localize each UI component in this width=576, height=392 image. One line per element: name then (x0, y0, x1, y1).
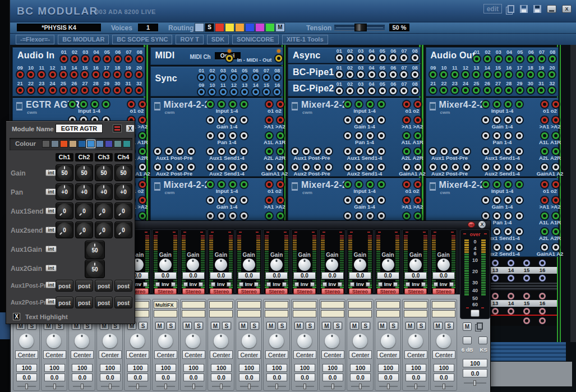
colour-swatch-5[interactable] (87, 140, 95, 147)
green-port[interactable] (505, 87, 512, 94)
module-port[interactable] (241, 132, 247, 139)
routing-cell-8[interactable]: M (276, 24, 284, 31)
module-port[interactable] (505, 181, 512, 188)
module-port[interactable] (367, 213, 374, 219)
green-port[interactable] (538, 56, 545, 62)
white-port[interactable] (368, 71, 375, 78)
green-port[interactable] (462, 71, 469, 78)
red-port[interactable] (17, 71, 24, 78)
insert-slot[interactable] (321, 301, 344, 308)
module-port[interactable] (277, 181, 284, 188)
pan-position-display[interactable]: Center (349, 351, 372, 359)
red-port[interactable] (71, 87, 77, 94)
master-6db-button[interactable] (463, 336, 472, 344)
insert-slot[interactable] (237, 301, 261, 308)
gain-value[interactable]: 0.0 (404, 272, 427, 279)
module-port[interactable] (344, 117, 351, 123)
text-highlight-checkbox[interactable]: X (13, 313, 20, 320)
module-port[interactable] (452, 148, 459, 155)
colour-swatch-1[interactable] (51, 140, 59, 147)
module-port[interactable] (403, 181, 410, 188)
gain-knob[interactable] (270, 259, 283, 271)
post-pre-button[interactable]: post (75, 280, 93, 292)
red-port[interactable] (27, 87, 34, 94)
tension-slider[interactable] (334, 25, 385, 31)
red-port[interactable] (93, 71, 99, 78)
gain-value[interactable]: 0.0 (265, 272, 288, 279)
red-port[interactable] (61, 56, 67, 62)
channel-fader[interactable] (240, 384, 259, 389)
module-port[interactable] (241, 164, 247, 170)
module-port[interactable] (414, 197, 421, 204)
insert-slot[interactable] (404, 310, 427, 317)
module-port[interactable] (241, 117, 247, 123)
param-knob[interactable]: 0 (56, 202, 73, 219)
channel-fader[interactable] (379, 384, 398, 389)
module-port[interactable] (367, 164, 374, 170)
channel-fader[interactable] (73, 384, 91, 389)
module-port[interactable] (188, 148, 195, 155)
module-port[interactable] (441, 148, 448, 155)
solo-button[interactable]: S (445, 322, 454, 330)
invert-right-checkbox[interactable] (227, 282, 231, 287)
module-port[interactable] (516, 117, 523, 123)
module-port[interactable] (266, 117, 273, 123)
save-icon[interactable] (520, 5, 528, 13)
width-value[interactable]: 100 (378, 364, 399, 372)
module-port[interactable] (277, 117, 284, 123)
green-port[interactable] (430, 87, 436, 94)
pan-value[interactable]: 0.0 (266, 373, 287, 381)
module-port[interactable] (207, 213, 214, 219)
module-port[interactable] (482, 132, 489, 139)
gain-value[interactable]: 0.0 (182, 272, 205, 279)
green-port[interactable] (549, 87, 555, 94)
module-port[interactable] (505, 148, 512, 155)
module-port[interactable] (128, 101, 135, 108)
pink-port[interactable] (508, 293, 514, 299)
meter-reset-button[interactable] (471, 310, 480, 317)
module-port[interactable] (482, 164, 489, 170)
width-value[interactable]: 100 (405, 364, 426, 372)
red-port[interactable] (49, 71, 56, 78)
pink-port[interactable] (523, 293, 530, 299)
invert-right-checkbox[interactable] (393, 282, 398, 287)
module-port[interactable] (378, 148, 385, 155)
routing-cell-1[interactable]: S (205, 24, 214, 31)
green-port[interactable] (506, 56, 513, 62)
red-port[interactable] (125, 71, 132, 78)
white-port[interactable] (357, 54, 364, 61)
module-port[interactable] (266, 132, 273, 139)
pan-position-display[interactable]: Center (432, 351, 455, 359)
green-port[interactable] (528, 56, 534, 62)
green-port[interactable] (440, 87, 447, 94)
red-port[interactable] (114, 56, 121, 62)
module-port[interactable] (494, 197, 500, 204)
module-port[interactable] (516, 228, 523, 235)
module-port[interactable] (414, 213, 421, 219)
pink-port[interactable] (523, 317, 530, 324)
module-port[interactable] (356, 148, 362, 155)
module-port[interactable] (516, 244, 523, 251)
module-port[interactable] (505, 197, 512, 204)
pan-position-display[interactable]: Center (126, 351, 149, 359)
module-port[interactable] (541, 181, 548, 188)
post-pre-button[interactable]: post (95, 297, 113, 308)
channel-fader[interactable] (128, 384, 147, 389)
pan-value[interactable]: 0.0 (405, 373, 426, 381)
mute-button[interactable]: M (350, 322, 359, 330)
module-port[interactable] (356, 132, 362, 139)
toolbar-button-bc-scope-sync[interactable]: BC SCOPE SYNC (112, 35, 172, 44)
module-port[interactable] (344, 164, 351, 170)
module-port[interactable] (139, 101, 146, 108)
stereo-button[interactable]: Stereo (210, 288, 232, 294)
edit-button[interactable]: edit (483, 4, 502, 13)
pan-value[interactable]: 0.0 (16, 373, 37, 381)
mute-button[interactable]: M (183, 322, 192, 330)
post-pre-button[interactable]: post (56, 280, 73, 292)
module-port[interactable] (494, 213, 500, 219)
module-port[interactable] (277, 101, 284, 108)
pan-knob[interactable] (47, 334, 61, 348)
module-port[interactable] (378, 132, 385, 139)
module-port[interactable] (505, 164, 512, 170)
module-port[interactable] (367, 148, 374, 155)
